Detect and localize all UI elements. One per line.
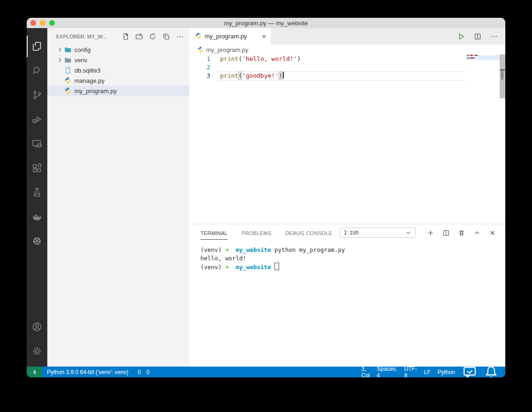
chevron-right-icon[interactable] bbox=[56, 46, 64, 53]
tree-indent bbox=[56, 87, 64, 95]
panel-tab-problems[interactable]: PROBLEMS bbox=[242, 226, 272, 240]
activity-extensions[interactable] bbox=[27, 157, 47, 179]
file-tree: configvenvdb.sqlite3manage.pymy_program.… bbox=[47, 44, 189, 367]
python-icon bbox=[64, 87, 72, 95]
file-label: config bbox=[74, 46, 91, 53]
refresh-icon[interactable] bbox=[149, 33, 156, 40]
python-file-icon bbox=[195, 32, 202, 41]
code-line-2[interactable]: 2 bbox=[189, 63, 466, 72]
activity-settings[interactable] bbox=[27, 340, 47, 362]
tab-bar: my_program.py × bbox=[189, 28, 505, 44]
testing-flask-icon bbox=[31, 187, 43, 198]
extensions-icon bbox=[31, 162, 43, 174]
activity-kubernetes[interactable] bbox=[27, 230, 47, 252]
source-control-icon bbox=[31, 89, 43, 101]
account-icon bbox=[31, 321, 43, 332]
titlebar[interactable]: my_program.py — my_website bbox=[27, 18, 505, 28]
encoding-status[interactable]: UTF-8 bbox=[404, 366, 417, 378]
maximize-panel-icon[interactable] bbox=[473, 229, 480, 236]
file-row-venv[interactable]: venv bbox=[47, 55, 189, 65]
code-line-1[interactable]: 1print('hello,·world!') bbox=[189, 55, 466, 63]
activity-run-debug[interactable] bbox=[27, 109, 47, 130]
terminal-cursor bbox=[274, 263, 279, 270]
run-and-debug-icon bbox=[31, 114, 43, 125]
minimap-line bbox=[467, 55, 478, 56]
shell-select-value: 1: zsh bbox=[344, 229, 359, 236]
editor-cursor bbox=[283, 72, 284, 79]
file-label: venv bbox=[74, 57, 87, 64]
terminal-line: (venv) ➜ my_website bbox=[200, 263, 505, 272]
warning-count: 0 bbox=[147, 369, 150, 375]
split-terminal-icon[interactable] bbox=[443, 229, 450, 236]
line-col-status[interactable]: Ln 3, Col 18 bbox=[362, 359, 370, 378]
terminal-shell-select[interactable]: 1: zsh bbox=[340, 228, 416, 238]
remote-icon bbox=[31, 369, 38, 375]
code-line-3[interactable]: 3print('goodbye!') bbox=[189, 72, 466, 80]
feedback-icon[interactable] bbox=[462, 365, 477, 377]
new-folder-icon[interactable] bbox=[135, 33, 143, 40]
minimap-line bbox=[467, 58, 475, 59]
file-icon bbox=[64, 66, 72, 74]
tab-close-icon[interactable]: × bbox=[262, 33, 266, 40]
more-actions-icon[interactable] bbox=[176, 33, 184, 40]
desktop-background: my_program.py — my_website bbox=[0, 0, 532, 412]
bell-icon[interactable] bbox=[484, 365, 499, 377]
overview-ruler-line-mark bbox=[501, 70, 503, 80]
indent-status[interactable]: Spaces: 4 bbox=[377, 366, 397, 378]
python-icon bbox=[64, 77, 72, 84]
terminal-output[interactable]: (venv) ➜ my_website python my_program.py… bbox=[189, 241, 505, 367]
tab-label: my_program.py bbox=[205, 33, 247, 40]
new-terminal-icon[interactable] bbox=[427, 229, 434, 236]
more-actions-icon[interactable] bbox=[490, 33, 498, 40]
new-file-icon[interactable] bbox=[122, 33, 129, 40]
activity-docker[interactable] bbox=[27, 206, 47, 228]
file-label: manage.py bbox=[74, 77, 104, 84]
panel-tab-debug-console[interactable]: DEBUG CONSOLE bbox=[286, 226, 332, 240]
python-interpreter-status[interactable]: Python 3.9.0 64-bit ('venv': venv) bbox=[47, 369, 128, 375]
explorer-sidebar: EXPLORER: MY_W... configvenvdb.sqlite3ma… bbox=[47, 28, 189, 367]
language-mode-status[interactable]: Python bbox=[437, 369, 455, 375]
editor-scrollbar[interactable] bbox=[500, 55, 505, 224]
activity-search[interactable] bbox=[27, 60, 47, 81]
activity-testing[interactable] bbox=[27, 182, 47, 203]
activity-remote-explorer[interactable] bbox=[27, 133, 47, 154]
tree-indent bbox=[56, 66, 64, 74]
file-row-db-sqlite3[interactable]: db.sqlite3 bbox=[47, 65, 189, 75]
tab-my-program[interactable]: my_program.py × bbox=[189, 28, 271, 44]
chevron-right-icon[interactable] bbox=[56, 56, 64, 64]
file-label: my_program.py bbox=[74, 88, 117, 95]
chevron-down-icon bbox=[405, 229, 412, 236]
folder-config-icon bbox=[64, 46, 72, 53]
breadcrumb-item[interactable]: my_program.py bbox=[206, 46, 248, 53]
split-editor-icon[interactable] bbox=[474, 33, 481, 40]
kill-terminal-icon[interactable] bbox=[458, 229, 465, 236]
explorer-header-title: EXPLORER: MY_W... bbox=[56, 34, 107, 39]
settings-gear-icon bbox=[31, 346, 43, 357]
kubernetes-icon bbox=[31, 235, 43, 247]
run-python-file-icon[interactable] bbox=[458, 33, 465, 40]
breadcrumb[interactable]: my_program.py bbox=[189, 44, 505, 55]
terminal-line: hello, world! bbox=[200, 254, 505, 263]
file-label: db.sqlite3 bbox=[74, 67, 101, 74]
problems-status[interactable]: 0 0 bbox=[136, 369, 149, 375]
code-editor[interactable]: 1print('hello,·world!')23print('goodbye!… bbox=[189, 55, 505, 224]
vscode-window: my_program.py — my_website bbox=[27, 18, 505, 377]
file-row-config[interactable]: config bbox=[47, 44, 189, 55]
minimap[interactable] bbox=[466, 55, 500, 224]
activity-source-control[interactable] bbox=[27, 84, 47, 106]
tree-indent bbox=[56, 77, 64, 84]
close-panel-icon[interactable] bbox=[489, 229, 496, 236]
python-file-icon bbox=[197, 46, 204, 53]
activity-explorer[interactable] bbox=[27, 36, 47, 57]
remote-indicator[interactable] bbox=[27, 367, 42, 377]
search-icon bbox=[31, 65, 43, 76]
panel-tab-terminal[interactable]: TERMINAL bbox=[200, 226, 228, 240]
editor-group: my_program.py × my_program. bbox=[189, 28, 505, 224]
file-row-manage-py[interactable]: manage.py bbox=[47, 75, 189, 86]
collapse-folders-icon[interactable] bbox=[163, 33, 170, 40]
eol-status[interactable]: LF bbox=[424, 369, 430, 375]
explorer-icon bbox=[31, 41, 43, 52]
file-row-my-program-py[interactable]: my_program.py bbox=[47, 86, 189, 96]
activity-account[interactable] bbox=[27, 316, 47, 338]
docker-icon bbox=[31, 211, 43, 222]
